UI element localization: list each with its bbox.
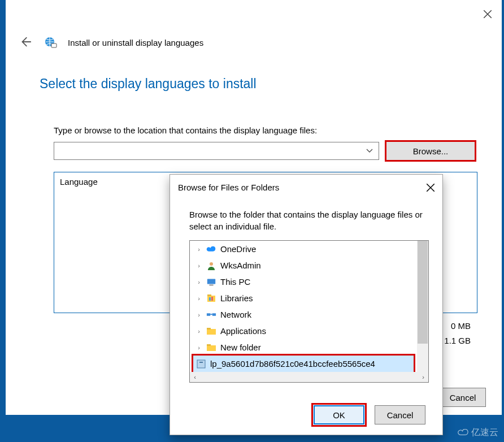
browse-button[interactable]: Browse...: [386, 141, 475, 161]
tree-item-onedrive[interactable]: ›OneDrive: [190, 241, 417, 257]
svg-rect-4: [209, 284, 213, 285]
svg-rect-1: [51, 44, 57, 47]
chevron-right-icon[interactable]: ›: [195, 311, 202, 318]
tree-item-label: Libraries: [220, 293, 253, 303]
tree-item-applications[interactable]: ›Applications: [190, 323, 417, 339]
user-icon: [206, 261, 217, 271]
tree-item-label: Applications: [220, 326, 266, 336]
net-icon: [206, 310, 217, 320]
folder-icon: [206, 343, 217, 353]
dialog-instruction: Browse to the folder that contains the d…: [189, 209, 427, 232]
lib-icon: [206, 293, 217, 304]
size-required: 0 MB: [444, 319, 471, 333]
scroll-left-icon[interactable]: ‹: [190, 372, 200, 382]
path-instruction: Type or browse to the location that cont…: [54, 125, 317, 135]
cab-icon: [195, 359, 207, 369]
tree-item-label: WksAdmin: [220, 261, 261, 270]
tree-item-label: OneDrive: [220, 244, 256, 254]
svg-rect-12: [207, 328, 211, 330]
svg-rect-10: [212, 313, 216, 316]
pc-icon: [206, 277, 217, 287]
tree-vertical-scrollbar[interactable]: [417, 241, 428, 372]
wizard-header: Install or uninstall display languages: [19, 35, 203, 50]
tree-item-new-folder[interactable]: ›New folder: [190, 339, 417, 356]
dialog-close-icon[interactable]: [425, 183, 436, 193]
tree-item-label: New folder: [220, 343, 261, 352]
back-arrow-icon[interactable]: [19, 36, 33, 49]
watermark: 亿速云: [458, 427, 498, 439]
chevron-right-icon[interactable]: ›: [195, 328, 202, 335]
size-available: 1.1 GB: [444, 333, 471, 348]
svg-rect-6: [207, 294, 211, 296]
cloud-icon: [206, 244, 217, 254]
svg-rect-15: [197, 360, 205, 368]
dialog-cancel-button[interactable]: Cancel: [375, 405, 425, 424]
svg-rect-14: [207, 344, 211, 346]
page-heading: Select the display languages to install: [40, 76, 257, 92]
tree-item-this-pc[interactable]: ›This PC: [190, 274, 417, 290]
tree-item-label: Network: [220, 310, 251, 319]
tree-item-label: This PC: [220, 277, 250, 287]
tree-horizontal-scrollbar[interactable]: ‹ ›: [190, 372, 428, 382]
dialog-title: Browse for Files or Folders: [178, 183, 279, 192]
chevron-right-icon[interactable]: ›: [195, 279, 202, 285]
wizard-cancel-button[interactable]: Cancel: [440, 388, 486, 407]
browse-dialog: Browse for Files or Folders Browse to th…: [170, 174, 443, 435]
scroll-right-icon[interactable]: ›: [418, 372, 428, 382]
tree-item-network[interactable]: ›Network: [190, 306, 417, 323]
tree-item-label: lp_9a5601d7b86f521c0e41bccfeeb5565ce4: [210, 359, 375, 369]
close-icon[interactable]: [483, 9, 494, 20]
watermark-text: 亿速云: [471, 427, 498, 439]
svg-rect-13: [207, 345, 216, 351]
svg-rect-8: [211, 297, 213, 301]
svg-rect-3: [207, 279, 215, 284]
size-summary: 0 MB 1.1 GB: [444, 319, 471, 348]
path-row: Browse...: [54, 141, 475, 161]
folder-tree[interactable]: ›OneDrive›WksAdmin›This PC›Libraries›Net…: [189, 240, 429, 383]
chevron-right-icon[interactable]: ›: [195, 344, 202, 351]
svg-rect-16: [199, 362, 203, 363]
dialog-ok-button[interactable]: OK: [314, 405, 364, 424]
tree-item-libraries[interactable]: ›Libraries: [190, 290, 417, 306]
globe-icon: [43, 35, 58, 50]
svg-rect-11: [207, 329, 216, 335]
wizard-title: Install or uninstall display languages: [68, 38, 203, 47]
svg-point-2: [210, 262, 213, 266]
chevron-right-icon[interactable]: ›: [195, 295, 202, 302]
folder-icon: [206, 326, 217, 336]
tree-item-lp-9a5601d7b86f521c0e41bccfeeb5565ce4[interactable]: lp_9a5601d7b86f521c0e41bccfeeb5565ce4: [193, 356, 414, 372]
tree-item-wksadmin[interactable]: ›WksAdmin: [190, 257, 417, 274]
chevron-right-icon[interactable]: ›: [195, 262, 202, 269]
svg-rect-7: [209, 297, 211, 301]
path-input[interactable]: [54, 142, 379, 160]
chevron-right-icon[interactable]: ›: [195, 246, 202, 253]
svg-rect-9: [207, 313, 210, 316]
